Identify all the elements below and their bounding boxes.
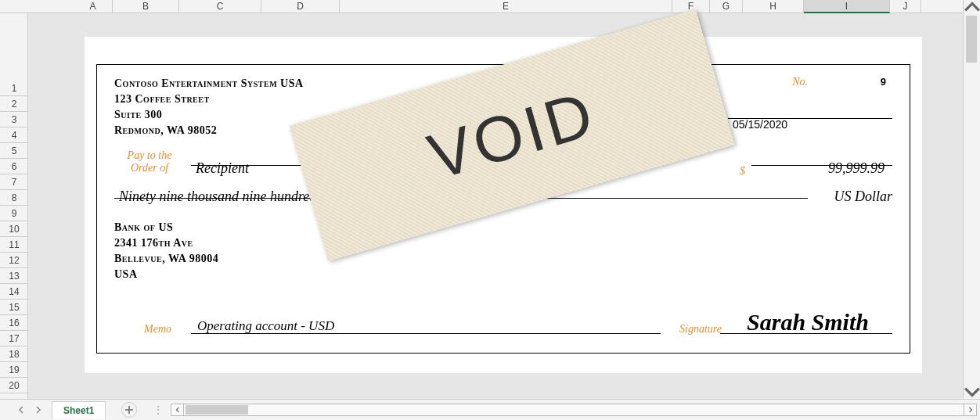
tab-nav-prev[interactable] [14,403,28,417]
pay-to-label-line2: Order of [131,162,168,174]
horizontal-scrollbar[interactable] [171,404,977,416]
row-header-8[interactable]: 8 [0,190,28,206]
bank-name: Bank of US [114,220,218,235]
sheet-tab-label: Sheet1 [63,405,94,416]
check-document: Contoso Entertainment System USA 123 Cof… [96,64,910,354]
column-header-row: ABCDEFGHIJ [0,0,963,13]
date-value: 05/15/2020 [728,118,892,131]
column-header-A[interactable]: A [74,0,113,13]
column-header-B[interactable]: B [113,0,179,13]
sender-street: 123 Coffee Street [114,92,304,107]
row-header-3[interactable]: 3 [0,112,28,127]
sender-address: Contoso Entertainment System USA 123 Cof… [114,76,304,138]
void-text: VOID [420,77,603,194]
row-header-11[interactable]: 11 [0,237,28,253]
column-header-G[interactable]: G [710,0,743,13]
row-header-2[interactable]: 2 [0,96,28,112]
scroll-up-button[interactable] [964,0,980,14]
row-header-15[interactable]: 15 [0,300,28,315]
bank-address: Bank of US 2341 176th Ave Bellevue, WA 9… [114,220,218,282]
vertical-scroll-thumb[interactable] [966,16,977,63]
memo-label: Memo [144,323,171,336]
bank-street: 2341 176th Ave [114,235,218,251]
row-header-16[interactable]: 16 [0,315,28,331]
sheet-tab-sheet1[interactable]: Sheet1 [52,401,106,419]
row-header-17[interactable]: 17 [0,331,28,346]
void-watermark: VOID [290,9,735,261]
row-header-1[interactable]: 1 [0,81,28,96]
bank-country: USA [114,267,218,282]
row-header-6[interactable]: 6 [0,159,28,174]
row-header-column: 1234567891011121314151617181920 [0,13,28,399]
vertical-scrollbar[interactable] [963,0,980,399]
row-header-12[interactable]: 12 [0,253,28,268]
tab-split-handle[interactable]: ⋮ [153,404,164,416]
scroll-right-button[interactable] [964,404,976,415]
memo-value: Operating account - USD [197,318,334,334]
scroll-down-button[interactable] [964,385,980,399]
row-header-13[interactable]: 13 [0,268,28,284]
scroll-left-button[interactable] [171,404,184,415]
column-header-J[interactable]: J [890,0,921,13]
spreadsheet-viewport: ABCDEFGHIJ 12345678910111213141516171819… [0,0,980,420]
row-header-5[interactable]: 5 [0,143,28,159]
check-number-value: 9 [881,76,886,88]
print-page: Contoso Entertainment System USA 123 Cof… [85,37,922,373]
add-sheet-button[interactable] [121,402,137,418]
horizontal-scroll-zone: ⋮ [153,404,980,416]
column-header-D[interactable]: D [261,0,340,13]
recipient-value: Recipient [196,160,249,177]
tab-nav-next[interactable] [31,403,45,417]
horizontal-scroll-thumb[interactable] [186,405,248,415]
row-header-9[interactable]: 9 [0,206,28,221]
sender-city: Redmond, WA 98052 [114,123,304,138]
currency-label: US Dollar [834,188,892,205]
sheet-tab-bar: Sheet1 ⋮ [0,399,980,420]
signature-label: Signature [679,323,722,336]
row-header-10[interactable]: 10 [0,221,28,237]
pay-to-label: Pay to the Order of [114,149,185,174]
pay-to-label-line1: Pay to the [128,149,172,161]
column-header-I[interactable]: I [804,0,890,13]
dollar-sign: $ [740,165,745,178]
bank-city: Bellevue, WA 98004 [114,251,218,267]
sender-name: Contoso Entertainment System USA [114,76,304,92]
signature-value: Sarah Smith [730,309,886,336]
column-header-C[interactable]: C [179,0,261,13]
amount-numeric: 99,999.99 [828,160,885,177]
row-header-4[interactable]: 4 [0,127,28,143]
row-header-19[interactable]: 19 [0,362,28,378]
worksheet-area[interactable]: Contoso Entertainment System USA 123 Cof… [28,13,963,399]
column-header-E[interactable]: E [340,0,672,13]
row-header-14[interactable]: 14 [0,284,28,300]
row-header-18[interactable]: 18 [0,346,28,362]
row-header-7[interactable]: 7 [0,174,28,190]
check-number-label: No. [792,76,808,88]
sender-suite: Suite 300 [114,107,304,123]
row-header-20[interactable]: 20 [0,378,28,393]
column-header-H[interactable]: H [743,0,804,13]
